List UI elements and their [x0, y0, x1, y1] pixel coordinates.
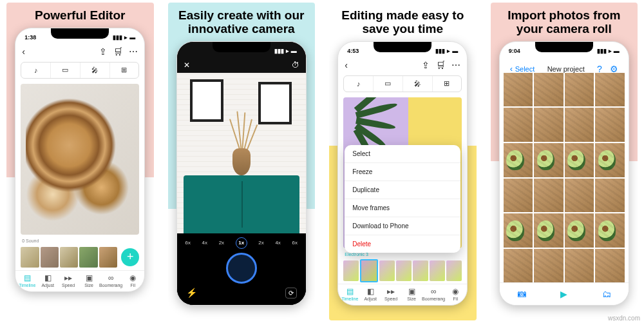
photo-cell[interactable]: [534, 179, 564, 213]
wifi-icon: ▸: [124, 34, 128, 41]
grid-icon[interactable]: ⊞: [110, 63, 139, 78]
nav-bar: ‹ ⇪ 🛒︎ ⋯: [15, 44, 144, 59]
bottom-tabs: ▤Timeline ◧Adjust ▸▸Speed ▣Size ∞Boomera…: [15, 270, 144, 291]
panel-camera: Easily create with our innovative camera…: [168, 3, 316, 320]
tab-timeline[interactable]: ▤Timeline: [339, 287, 360, 301]
cart-icon[interactable]: 🛒︎: [436, 60, 445, 70]
headline: Powerful Editor: [30, 3, 130, 28]
status-time: 9:04: [509, 48, 520, 54]
speed-selector[interactable]: 6x 4x 2x 1x 2x 4x 6x: [180, 237, 303, 249]
photo-cell[interactable]: [504, 143, 533, 177]
export-icon[interactable]: ⇪: [422, 60, 430, 70]
back-icon[interactable]: ‹: [345, 60, 348, 70]
phone-mockup: 1:38 ▮▮▮ ▸ ▬ ‹ ⇪ 🛒︎ ⋯ ♪ ▭ 🎤︎ ⊞ 0 Sound: [15, 28, 145, 292]
photo-cell[interactable]: [595, 73, 625, 107]
mic-icon[interactable]: 🎤︎: [80, 63, 110, 78]
mic-icon[interactable]: 🎤︎: [403, 76, 433, 92]
photo-cell[interactable]: [565, 143, 594, 177]
menu-duplicate[interactable]: Duplicate: [345, 181, 460, 199]
tab-speed[interactable]: ▸▸Speed: [381, 287, 401, 301]
crop-icon[interactable]: ▭: [51, 63, 80, 78]
photo-cell[interactable]: [504, 108, 533, 142]
notch: [213, 42, 270, 52]
photo-cell[interactable]: [534, 108, 564, 142]
cart-icon[interactable]: 🛒︎: [113, 46, 122, 57]
close-icon[interactable]: ✕: [184, 61, 190, 70]
tab-filter[interactable]: ◉Fil: [445, 287, 466, 301]
panel-powerful-editor: Powerful Editor 1:38 ▮▮▮ ▸ ▬ ‹ ⇪ 🛒︎ ⋯ ♪ …: [6, 3, 154, 320]
phone-mockup: 4:53 ▮▮▮▸▬ ‹ ⇪ 🛒︎ ⋯ ♪ ▭ 🎤︎ ⊞: [337, 41, 468, 306]
signal-icon: ▮▮▮: [113, 34, 122, 41]
more-icon[interactable]: ⋯: [451, 60, 460, 70]
photo-cell[interactable]: [504, 213, 533, 248]
play-icon[interactable]: ▶: [560, 289, 567, 299]
photo-cell[interactable]: [534, 143, 564, 177]
photo-cell[interactable]: [565, 108, 594, 142]
project-title: New project: [547, 65, 585, 73]
tab-boomerang[interactable]: ∞Boomerang: [99, 273, 122, 288]
photo-cell[interactable]: [565, 249, 594, 283]
photo-cell[interactable]: [595, 108, 625, 142]
projects-icon[interactable]: 🗂︎: [602, 289, 611, 299]
tab-speed[interactable]: ▸▸Speed: [58, 273, 79, 288]
photo-cell[interactable]: [504, 179, 533, 213]
music-icon[interactable]: ♪: [344, 76, 374, 92]
photo-cell[interactable]: [595, 213, 625, 248]
photo-cell[interactable]: [565, 213, 594, 248]
tab-timeline[interactable]: ▤Timeline: [17, 273, 37, 288]
headline: Easily create with our innovative camera: [168, 3, 316, 41]
camera-roll-grid[interactable]: [504, 73, 625, 283]
more-icon[interactable]: ⋯: [129, 46, 138, 57]
photo-cell[interactable]: [504, 73, 533, 107]
grid-icon[interactable]: ⊞: [433, 76, 462, 92]
notch: [51, 28, 109, 39]
headline: Import photos from your camera roll: [491, 3, 638, 41]
vase-decor: [232, 148, 251, 175]
edit-toolbar: ♪ ▭ 🎤︎ ⊞: [21, 62, 139, 79]
flash-icon[interactable]: ⚡: [186, 288, 197, 298]
photo-cell[interactable]: [534, 213, 564, 248]
back-icon[interactable]: ‹: [22, 46, 25, 57]
tab-adjust[interactable]: ◧Adjust: [360, 287, 381, 301]
bottom-action-bar: 📷︎ ▶ 🗂︎: [500, 282, 629, 305]
music-icon[interactable]: ♪: [21, 63, 51, 78]
status-time: 1:38: [24, 34, 36, 41]
panel-editing-easy: Editing made easy to save you time 4:53 …: [329, 3, 477, 320]
photo-cell[interactable]: [565, 179, 594, 213]
photo-cell[interactable]: [534, 249, 564, 283]
camera-viewfinder[interactable]: [177, 73, 306, 233]
panel-import-photos: Import photos from your camera roll 9:04…: [491, 3, 638, 320]
camera-icon[interactable]: 📷︎: [517, 289, 526, 299]
photo-cell[interactable]: [534, 73, 564, 107]
timeline-thumbnails[interactable]: [343, 260, 462, 281]
menu-move-frames[interactable]: Move frames: [345, 199, 460, 217]
timer-icon[interactable]: ⏱: [292, 61, 299, 70]
photo-cell[interactable]: [595, 143, 625, 177]
add-frame-button[interactable]: +: [121, 248, 139, 266]
photo-cell[interactable]: [595, 249, 625, 283]
photo-cell[interactable]: [504, 249, 533, 283]
tab-size[interactable]: ▣Size: [401, 287, 422, 301]
preview-canvas[interactable]: [21, 84, 139, 235]
crop-icon[interactable]: ▭: [374, 76, 403, 92]
timeline-thumbnails[interactable]: +: [21, 247, 139, 268]
camera-controls: 6x 4x 2x 1x 2x 4x 6x ⚡ ⟳: [177, 233, 306, 305]
tab-filter[interactable]: ◉Fil: [122, 273, 143, 288]
sound-caption: 0 Sound: [15, 237, 144, 244]
tab-size[interactable]: ▣Size: [79, 273, 99, 288]
tab-boomerang[interactable]: ∞Boomerang: [422, 287, 445, 301]
menu-download[interactable]: Download to Phone: [345, 217, 460, 235]
status-time: 4:53: [347, 48, 359, 54]
context-menu: Select Freeze Duplicate Move frames Down…: [345, 145, 460, 253]
shutter-button[interactable]: [226, 253, 257, 284]
tab-adjust[interactable]: ◧Adjust: [37, 273, 58, 288]
phone-mockup: 9:04 ▮▮▮▸▬ ‹ Select New project ? ⚙: [499, 41, 629, 306]
export-icon[interactable]: ⇪: [99, 46, 107, 57]
menu-delete[interactable]: Delete: [345, 235, 460, 253]
menu-freeze[interactable]: Freeze: [345, 163, 460, 181]
camera-top-bar: ✕ ⏱: [177, 57, 306, 73]
menu-select[interactable]: Select: [345, 145, 460, 163]
photo-cell[interactable]: [565, 73, 594, 107]
photo-cell[interactable]: [595, 179, 625, 213]
switch-camera-icon[interactable]: ⟳: [285, 288, 297, 299]
